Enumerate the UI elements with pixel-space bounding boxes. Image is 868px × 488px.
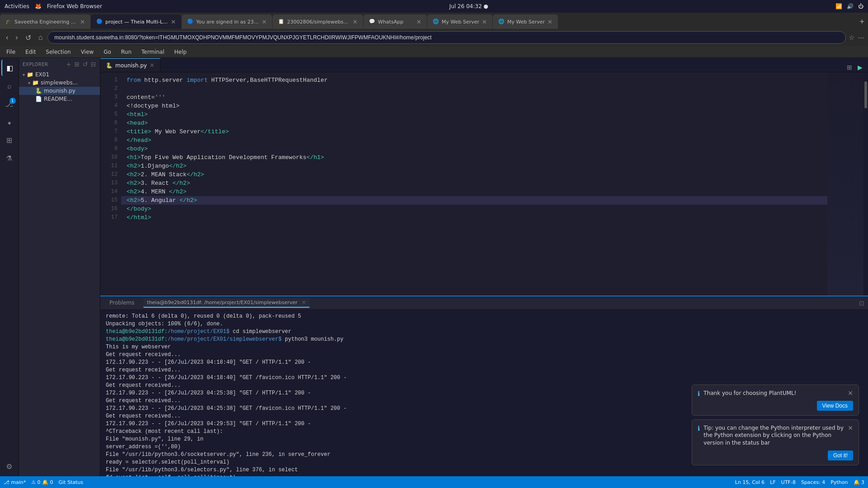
encoding-item[interactable]: UTF-8 — [781, 479, 796, 485]
editor-tab-label: mounish.py — [115, 62, 147, 69]
editor-scrollbar[interactable] — [863, 72, 868, 296]
activity-icon-search[interactable]: ⌕ — [1, 78, 18, 94]
refresh-icon[interactable]: ↺ — [83, 61, 88, 68]
sidebar-item-ex01[interactable]: ▾ 📁 EX01 — [19, 70, 100, 79]
editor-tab-mounish[interactable]: 🐍 mounish.py ✕ — [100, 58, 160, 72]
terminal-line: Unpacking objects: 100% (6/6), done. — [106, 320, 863, 328]
tree-label: simplewebs... — [41, 80, 78, 86]
forward-button[interactable]: › — [13, 33, 20, 42]
browser-tab-tab5[interactable]: 💬 WhatsApp ✕ — [363, 14, 427, 29]
back-button[interactable]: ‹ — [4, 33, 10, 42]
term-prompt: theia@b9e2bd0131df: — [106, 336, 168, 343]
more-icon[interactable]: ⋯ — [858, 34, 864, 41]
python-file-icon: 🐍 — [106, 62, 113, 69]
code-editor[interactable]: 1234567891011121314151617 from http.serv… — [100, 72, 827, 296]
tree-icon: 📁 — [27, 71, 33, 78]
editor-tab-close[interactable]: ✕ — [150, 62, 155, 69]
activity-icon-extensions[interactable]: ⊞ — [1, 132, 18, 148]
tab-close-tab2[interactable]: ✕ — [171, 19, 176, 25]
activity-icon-settings[interactable]: ⚙ — [1, 460, 18, 476]
sidebar-tree: ▾ 📁 EX01 ▾ 📁 simplewebs... 🐍 mounish.py … — [19, 70, 100, 103]
browser-tab-tab4[interactable]: 📋 23002806/simplewebse... ✕ — [273, 14, 363, 29]
terminal-line: 172.17.90.223 - - [26/Jul/2023 04:18:40]… — [106, 374, 863, 382]
code-content[interactable]: from http.server import HTTPServer,BaseH… — [121, 72, 827, 296]
home-button[interactable]: ⌂ — [36, 33, 45, 42]
activity-icon-git[interactable]: ⎇1 — [1, 96, 18, 112]
split-editor-button[interactable]: ⊞ — [845, 63, 854, 72]
term-path: /home/project/EX01/simplewebserver$ — [168, 336, 282, 343]
line-num-6: 6 — [100, 119, 118, 127]
line-num-12: 12 — [100, 170, 118, 179]
menu-terminal[interactable]: Terminal — [137, 48, 169, 56]
sidebar: Explorer + ⊞ ↺ ⊟ ▾ 📁 EX01 ▾ 📁 simplewebs… — [19, 58, 100, 476]
terminal-tab-close[interactable]: ✕ — [302, 300, 306, 305]
code-line-11: <h2>1.Django</h2> — [127, 162, 827, 170]
browser-tab-tab3[interactable]: 🔵 You are signed in as 2300... ✕ — [182, 14, 272, 29]
menu-view[interactable]: View — [76, 48, 98, 56]
notif-close-notif2[interactable]: ✕ — [848, 424, 853, 432]
collapse-icon[interactable]: ⊟ — [91, 61, 96, 68]
notif-close-notif1[interactable]: ✕ — [848, 389, 853, 397]
menu-go[interactable]: Go — [99, 48, 116, 56]
tab-close-tab4[interactable]: ✕ — [353, 19, 358, 25]
warnings-item[interactable]: ⚠ 0 🔔 0 — [31, 479, 53, 485]
menu-selection[interactable]: Selection — [41, 48, 75, 56]
tab-favicon-tab4: 📋 — [278, 19, 284, 25]
browser-tab-tab6[interactable]: 🌐 My Web Server ✕ — [427, 14, 492, 29]
tab-close-tab7[interactable]: ✕ — [547, 19, 552, 25]
browser-tab-tab1[interactable]: 🎓 Saveetha Engineering Colle... ✕ — [0, 14, 90, 29]
notifications-item[interactable]: 🔔 3 — [854, 479, 865, 485]
new-file-icon[interactable]: + — [66, 61, 71, 68]
reload-button[interactable]: ↺ — [23, 33, 33, 43]
line-numbers: 1234567891011121314151617 — [100, 72, 121, 296]
status-left: ⎇ main* ⚠ 0 🔔 0 Git Status — [4, 479, 83, 485]
tab-close-tab3[interactable]: ✕ — [262, 19, 267, 25]
problems-tab[interactable]: Problems — [104, 298, 140, 309]
notif-text-notif2: Tip: you can change the Python interpret… — [703, 424, 844, 447]
badge-git: 1 — [9, 98, 16, 104]
tree-icon: 📄 — [35, 96, 42, 102]
tab-close-tab1[interactable]: ✕ — [80, 19, 85, 25]
tab-close-tab5[interactable]: ✕ — [416, 19, 421, 25]
minimap — [827, 72, 863, 296]
sidebar-icons: + ⊞ ↺ ⊟ — [66, 61, 96, 68]
activity-icon-beaker[interactable]: ⚗ — [1, 150, 18, 166]
bookmark-icon[interactable]: ☆ — [849, 34, 854, 41]
menu-run[interactable]: Run — [117, 48, 136, 56]
sidebar-item-mounish-py[interactable]: 🐍 mounish.py — [19, 87, 100, 95]
line-ending-item[interactable]: LF — [770, 479, 775, 485]
address-input[interactable] — [47, 31, 846, 44]
new-tab-button[interactable]: + — [856, 17, 868, 27]
sidebar-item-simplewebs---[interactable]: ▾ 📁 simplewebs... — [19, 79, 100, 87]
code-line-6: <head> — [127, 119, 827, 127]
activity-symbol-search: ⌕ — [7, 82, 12, 90]
editor-tabs: 🐍 mounish.py ✕ ⊞ ▶ — [100, 58, 868, 72]
tab-favicon-tab5: 💬 — [369, 19, 375, 25]
sidebar-item-readme---[interactable]: 📄 README... — [19, 95, 100, 103]
menu-file[interactable]: File — [2, 48, 20, 56]
indentation-item[interactable]: Spaces: 4 — [801, 479, 825, 485]
browser-tab-tab7[interactable]: 🌐 My Web Server ✕ — [493, 14, 558, 29]
line-num-16: 16 — [100, 205, 118, 213]
tab-favicon-tab1: 🎓 — [5, 19, 12, 25]
terminal-tab-label[interactable]: theia@b9e2bd0131df: /home/project/EX01/s… — [143, 298, 309, 308]
menu-help[interactable]: Help — [170, 48, 191, 56]
terminal-line: Get request received... — [106, 351, 863, 359]
activity-icon-debug[interactable]: ⬥ — [1, 114, 18, 130]
panel-icons: ⊡ — [859, 300, 864, 307]
menu-edit[interactable]: Edit — [21, 48, 40, 56]
new-folder-icon[interactable]: ⊞ — [74, 61, 80, 68]
tab-close-tab6[interactable]: ✕ — [482, 19, 487, 25]
run-code-button[interactable]: ▶ — [856, 63, 864, 72]
panel-maximize-icon[interactable]: ⊡ — [859, 300, 864, 307]
language-item[interactable]: Python — [830, 479, 848, 485]
notif-action-btn-notif2[interactable]: Got it! — [828, 450, 853, 460]
activities-label[interactable]: Activities — [5, 3, 29, 9]
activity-icon-explorer[interactable]: ◧ — [1, 60, 18, 76]
system-bar-left: Activities 🦊 Firefox Web Browser — [5, 3, 102, 9]
git-branch-item[interactable]: ⎇ main* — [4, 479, 26, 485]
notif-action-btn-notif1[interactable]: View Docs — [817, 401, 853, 411]
cursor-position-item[interactable]: Ln 15, Col 6 — [735, 479, 765, 485]
browser-tab-tab2[interactable]: 🔵 project — Theia Multi-Lang... ✕ — [91, 14, 181, 29]
git-status-item[interactable]: Git Status — [59, 479, 83, 485]
